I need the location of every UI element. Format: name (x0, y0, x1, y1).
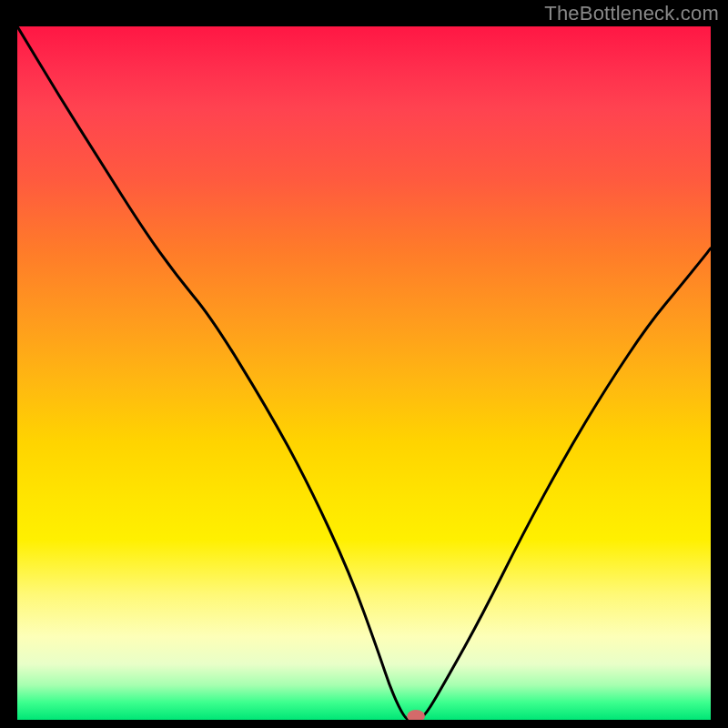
bottleneck-curve (17, 26, 711, 720)
attribution-text: TheBottleneck.com (544, 2, 719, 25)
curve-layer (17, 26, 711, 720)
optimum-marker-icon (407, 710, 425, 720)
plot-area (17, 26, 711, 720)
chart-frame: TheBottleneck.com (0, 0, 728, 728)
